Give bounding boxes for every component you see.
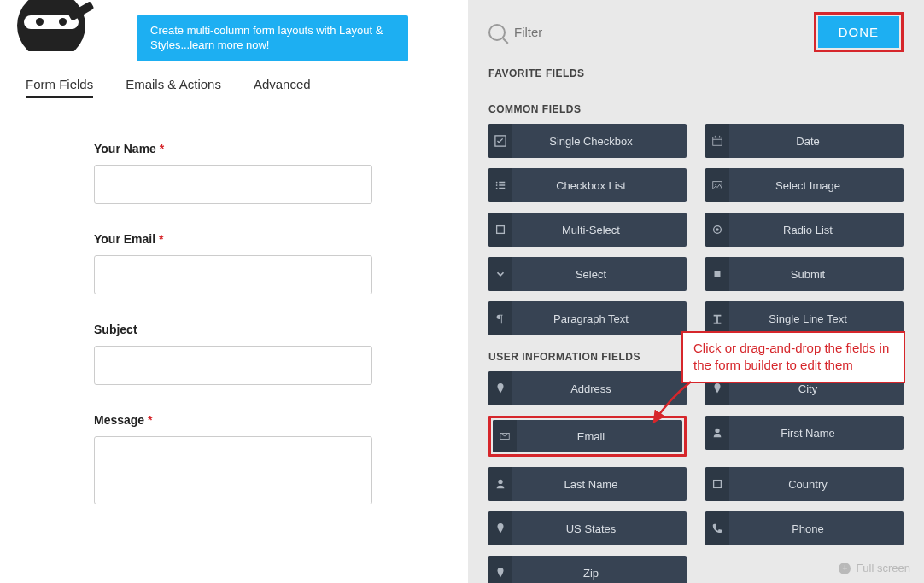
field-pill-label: Select (512, 268, 687, 281)
user-field-us-states[interactable]: US States (488, 511, 687, 545)
field-pill-label: Date (729, 135, 904, 148)
search-icon (488, 24, 506, 41)
your-name-input[interactable] (94, 165, 372, 204)
chevron-icon (488, 257, 512, 291)
common-field-radio-list[interactable]: Radio List (705, 213, 904, 247)
section-title-common: COMMON FIELDS (488, 103, 904, 115)
required-marker: * (160, 142, 164, 155)
field-label: Subject (94, 323, 137, 336)
annotation-callout: Click or drag-and-drop the fields in the… (681, 331, 905, 383)
square-icon (705, 467, 729, 501)
tline-icon (705, 301, 729, 335)
person-icon (705, 416, 729, 450)
field-pill-label: Radio List (729, 224, 904, 236)
field-pill-label: Email (517, 430, 682, 443)
field-pill-label: Single Checkbox (512, 135, 687, 148)
filter-input[interactable] (514, 25, 676, 39)
field-message[interactable]: Message * (94, 412, 374, 504)
field-label: Message (94, 413, 144, 427)
user-field-address[interactable]: Address (488, 371, 687, 405)
user-field-zip[interactable]: Zip (488, 556, 687, 583)
field-pill-label: Paragraph Text (512, 312, 687, 325)
image-icon (705, 168, 729, 202)
common-field-paragraph-text[interactable]: Paragraph Text (488, 301, 687, 335)
field-your-name[interactable]: Your Name * (94, 141, 374, 204)
pin-icon (488, 556, 512, 583)
field-pill-label: Phone (729, 522, 904, 535)
tab-advanced[interactable]: Advanced (254, 77, 311, 98)
user-field-first-name[interactable]: First Name (705, 416, 904, 450)
field-pill-label: Submit (729, 268, 904, 281)
common-field-submit[interactable]: Submit (705, 257, 904, 291)
field-label: Your Name (94, 142, 156, 155)
field-pill-label: Address (512, 382, 687, 395)
user-field-phone[interactable]: Phone (705, 511, 904, 545)
fullscreen-label: Full screen (856, 562, 910, 574)
fullscreen-toggle[interactable]: + Full screen (839, 562, 910, 574)
common-field-date[interactable]: Date (705, 124, 904, 158)
field-pill-label: Country (729, 478, 904, 491)
done-button[interactable]: DONE (818, 16, 899, 48)
field-pill-label: Single Line Text (729, 312, 904, 325)
form-preview: Your Name * Your Email * Subject Message… (0, 98, 468, 532)
tab-form-fields[interactable]: Form Fields (26, 77, 93, 98)
email-field-highlight: Email (488, 416, 687, 457)
common-field-checkbox-list[interactable]: Checkbox List (488, 168, 687, 202)
user-fields-grid: AddressCityEmailFirst NameLast NameCount… (488, 371, 904, 583)
common-field-select[interactable]: Select (488, 257, 687, 291)
common-field-single-checkbox[interactable]: Single Checkbox (488, 124, 687, 158)
common-fields-grid: Single CheckboxDateCheckbox ListSelect I… (488, 124, 904, 335)
calendar-icon (705, 124, 729, 158)
radio-icon (705, 213, 729, 247)
mail-icon (493, 420, 517, 452)
fullscreen-icon: + (839, 563, 851, 574)
message-input[interactable] (94, 436, 372, 504)
field-pill-label: Checkbox List (512, 179, 687, 192)
subject-input[interactable] (94, 346, 372, 385)
promo-tooltip[interactable]: Create multi-column form layouts with La… (137, 15, 408, 61)
list-icon (488, 168, 512, 202)
your-email-input[interactable] (94, 255, 372, 294)
phone-icon (705, 511, 729, 545)
pin-icon (488, 371, 512, 405)
person-icon (488, 467, 512, 501)
user-field-last-name[interactable]: Last Name (488, 467, 687, 501)
check-icon (488, 124, 512, 158)
tab-emails-actions[interactable]: Emails & Actions (126, 77, 221, 98)
required-marker: * (159, 232, 163, 246)
square-icon (488, 213, 512, 247)
field-pill-label: US States (512, 522, 687, 535)
common-field-multi-select[interactable]: Multi-Select (488, 213, 687, 247)
field-pill-label: Multi-Select (512, 224, 687, 236)
done-highlight: DONE (814, 12, 904, 52)
required-marker: * (148, 413, 152, 427)
field-your-email[interactable]: Your Email * (94, 231, 374, 294)
para-icon (488, 301, 512, 335)
user-field-country[interactable]: Country (705, 467, 904, 501)
field-pill-label: Select Image (729, 179, 904, 192)
common-field-select-image[interactable]: Select Image (705, 168, 904, 202)
field-pill-label: Zip (512, 567, 687, 580)
field-label: Your Email (94, 232, 155, 246)
stop-icon (705, 257, 729, 291)
field-pill-label: City (729, 382, 904, 395)
ninja-logo (0, 0, 102, 51)
user-field-email[interactable]: Email (493, 420, 682, 452)
section-title-favorite: FAVORITE FIELDS (488, 67, 904, 79)
common-field-single-line-text[interactable]: Single Line Text (705, 301, 904, 335)
pin-icon (488, 511, 512, 545)
field-subject[interactable]: Subject (94, 322, 374, 385)
field-pill-label: First Name (729, 427, 904, 440)
filter-search[interactable] (488, 24, 804, 41)
field-pill-label: Last Name (512, 478, 687, 491)
